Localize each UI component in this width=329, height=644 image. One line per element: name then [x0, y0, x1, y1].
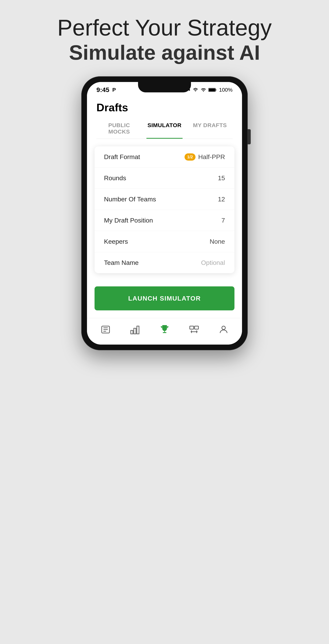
svg-point-16	[222, 326, 225, 330]
tab-my-drafts[interactable]: MY DRAFTS	[187, 118, 233, 139]
hero-subtitle: Simulate against AI	[57, 40, 272, 65]
battery-icon	[208, 87, 217, 92]
draft-format-row[interactable]: Draft Format 1/2 Half-PPR	[95, 146, 234, 168]
keepers-row[interactable]: Keepers None	[95, 231, 234, 252]
profile-icon	[217, 324, 230, 335]
svg-rect-1	[216, 89, 216, 90]
side-button	[248, 129, 251, 144]
phone-mockup: 9:45 P • 100%	[81, 76, 248, 350]
nav-item-news[interactable]	[99, 324, 112, 335]
number-of-teams-row[interactable]: Number Of Teams 12	[95, 189, 234, 210]
tabs-bar: PUBLIC MOCKS SIMULATOR MY DRAFTS	[96, 118, 233, 139]
wifi-icon	[192, 87, 199, 92]
status-time: 9:45	[96, 86, 109, 94]
app-title: Drafts	[96, 101, 233, 118]
number-of-teams-label: Number Of Teams	[104, 196, 156, 203]
rounds-value: 15	[218, 174, 225, 182]
number-of-teams-value: 12	[218, 196, 225, 203]
draft-format-label: Draft Format	[104, 153, 140, 160]
rankings-icon	[128, 324, 142, 335]
phone-screen: 9:45 P • 100%	[87, 82, 242, 344]
svg-rect-2	[209, 88, 215, 91]
simulator-card: Draft Format 1/2 Half-PPR Rounds 15 Numb…	[95, 146, 234, 273]
nav-item-trade[interactable]	[187, 324, 201, 335]
trophy-icon	[158, 324, 171, 335]
launch-simulator-button[interactable]: LAUNCH SIMULATOR	[95, 286, 234, 310]
team-name-row[interactable]: Team Name Optional	[95, 252, 234, 273]
hero-section: Perfect Your Strategy Simulate against A…	[57, 0, 272, 76]
phone-frame: 9:45 P • 100%	[81, 76, 248, 350]
tab-public-mocks[interactable]: PUBLIC MOCKS	[96, 118, 142, 139]
team-name-label: Team Name	[104, 259, 139, 266]
battery-percent: 100%	[219, 87, 233, 93]
status-icons: • 100%	[188, 87, 233, 93]
keepers-value: None	[210, 238, 225, 245]
draft-format-value: 1/2 Half-PPR	[185, 153, 225, 160]
half-ppr-badge: 1/2	[185, 154, 196, 160]
signal-icon	[201, 87, 206, 92]
app-header: Drafts PUBLIC MOCKS SIMULATOR MY DRAFTS	[87, 96, 242, 139]
trade-icon	[187, 324, 201, 335]
rounds-label: Rounds	[104, 174, 126, 182]
svg-rect-8	[134, 328, 136, 334]
my-draft-position-label: My Draft Position	[104, 217, 153, 224]
rounds-row[interactable]: Rounds 15	[95, 168, 234, 189]
newspaper-icon	[99, 324, 112, 335]
svg-rect-7	[131, 330, 133, 334]
svg-rect-9	[137, 326, 139, 334]
hero-title: Perfect Your Strategy	[57, 15, 272, 40]
svg-rect-13	[194, 326, 198, 329]
nav-item-profile[interactable]	[217, 324, 230, 335]
app-status-icon: P	[112, 87, 116, 93]
tab-simulator[interactable]: SIMULATOR	[142, 118, 187, 139]
my-draft-position-value: 7	[221, 217, 225, 224]
notch	[138, 82, 191, 92]
my-draft-position-row[interactable]: My Draft Position 7	[95, 210, 234, 231]
team-name-value: Optional	[201, 259, 225, 266]
keepers-label: Keepers	[104, 238, 128, 245]
svg-rect-12	[190, 326, 194, 329]
bottom-nav	[87, 318, 242, 344]
nav-item-drafts[interactable]	[158, 324, 171, 335]
nav-item-rankings[interactable]	[128, 324, 142, 335]
